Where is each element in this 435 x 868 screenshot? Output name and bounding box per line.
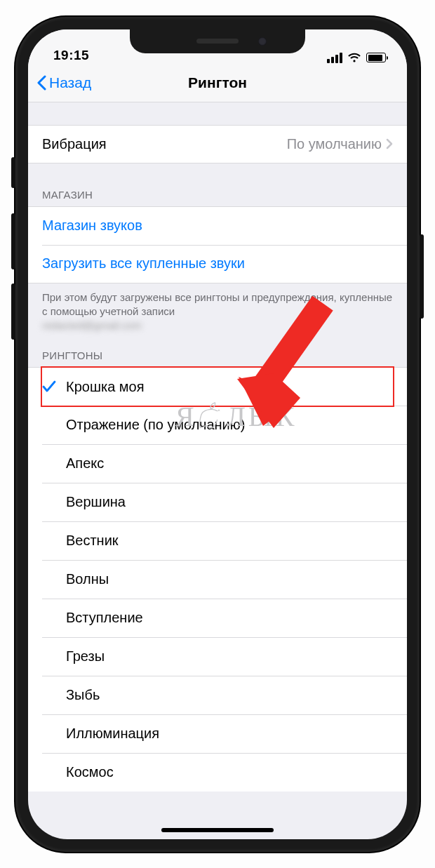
notch [130,29,305,53]
ringtone-item[interactable]: Вестник [28,521,407,560]
ringtone-item[interactable]: Космос [28,753,407,792]
ringtone-item[interactable]: Волны [28,560,407,599]
ringtone-label: Грезы [66,648,105,665]
ringtone-label: Апекс [66,455,104,472]
cellular-signal-icon [327,53,342,63]
home-indicator[interactable] [161,828,274,832]
page-title: Рингтон [188,74,247,91]
ringtone-label: Вершина [66,494,126,510]
store-section: МАГАЗИН Магазин звуков Загрузить все куп… [28,189,407,333]
vibration-label: Вибрация [42,136,107,152]
ringtone-item[interactable]: Вступление [28,599,407,637]
chevron-left-icon [36,75,46,91]
ringtone-item[interactable]: Отражение (по умолчанию) [28,406,407,444]
wifi-icon [347,53,361,63]
volume-up-button [11,213,15,269]
ringtone-item[interactable]: Иллюминация [28,714,407,753]
ringtones-section: РИНГТОНЫ Крошка моя Отражение (по умолча… [28,349,407,792]
download-all-link[interactable]: Загрузить все купленные звуки [28,245,407,283]
phone-frame: 19:15 Назад Рингтон Вибрация По умолчани… [15,17,420,852]
back-label: Назад [49,74,91,91]
account-email-blurred: redacted@gmail.com [42,319,142,333]
content[interactable]: Вибрация По умолчанию МАГАЗИН Магазин зв… [28,125,407,792]
vibration-value: По умолчанию [287,136,393,152]
ringtone-item-selected[interactable]: Крошка моя [28,367,407,406]
speaker-grille [196,39,239,44]
chevron-right-icon [386,138,393,149]
ringtones-header: РИНГТОНЫ [28,349,407,367]
ringtone-label: Иллюминация [66,726,159,742]
status-time: 19:15 [53,48,89,63]
checkmark-icon [42,380,56,393]
ringtone-label: Вестник [66,533,119,549]
ringtone-label: Космос [66,764,114,780]
ringtone-label: Зыбь [66,687,100,703]
volume-down-button [11,283,15,340]
screen: 19:15 Назад Рингтон Вибрация По умолчани… [28,29,407,839]
ringtone-label: Отражение (по умолчанию) [66,417,245,433]
ringtone-label: Крошка моя [66,379,145,395]
sound-store-link[interactable]: Магазин звуков [28,206,407,245]
ringtone-item[interactable]: Вершина [28,483,407,521]
status-icons [327,53,386,63]
store-footer: При этом будут загружены все рингтоны и … [28,283,407,333]
ringtone-label: Вступление [66,610,143,626]
back-button[interactable]: Назад [36,74,91,91]
ringtone-item[interactable]: Зыбь [28,676,407,714]
ringtone-item[interactable]: Грезы [28,637,407,676]
power-button [420,234,424,319]
front-camera [258,37,267,46]
vibration-cell[interactable]: Вибрация По умолчанию [28,125,407,163]
ringtone-item[interactable]: Апекс [28,444,407,483]
store-header: МАГАЗИН [28,189,407,206]
ringtone-label: Волны [66,571,109,587]
battery-icon [366,53,386,62]
mute-switch [11,157,15,188]
nav-bar: Назад Рингтон [28,65,407,102]
